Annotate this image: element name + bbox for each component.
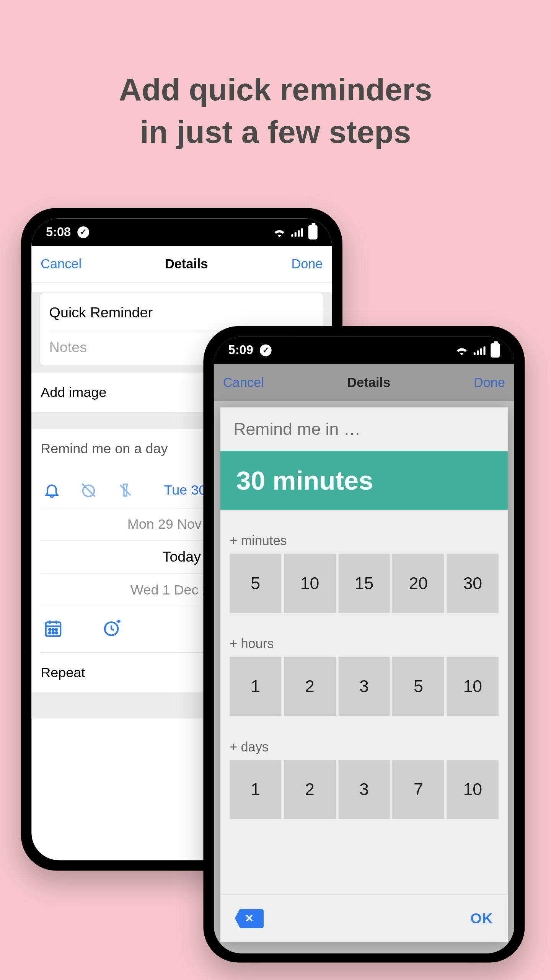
battery-icon (308, 225, 318, 239)
phone-mockup-quick-reminder: 5:09 ✓ Cancel Details Done Remind me in … (203, 326, 525, 962)
page-title: Details (165, 256, 208, 271)
ok-button[interactable]: OK (470, 910, 493, 927)
days-option[interactable]: 1 (230, 760, 281, 819)
svg-point-6 (52, 632, 54, 634)
clear-button[interactable]: ✕ (235, 908, 264, 928)
signal-icon (291, 227, 303, 237)
page-title: Details (347, 375, 390, 390)
promo-headline: Add quick reminders in just a few steps (0, 69, 551, 154)
minutes-option[interactable]: 30 (447, 554, 499, 612)
sync-status-icon: ✓ (77, 226, 89, 238)
minutes-label: + minutes (230, 533, 499, 554)
days-option[interactable]: 2 (284, 760, 336, 819)
hours-option[interactable]: 2 (284, 657, 336, 715)
status-bar: 5:08 ✓ (31, 218, 332, 246)
minutes-option[interactable]: 5 (230, 554, 281, 612)
days-option[interactable]: 3 (338, 760, 390, 819)
days-label: + days (230, 739, 499, 760)
hours-option[interactable]: 10 (447, 657, 499, 715)
svg-point-3 (52, 629, 54, 630)
signal-icon (474, 346, 486, 355)
svg-point-4 (55, 629, 57, 630)
headline-line-1: Add quick reminders (0, 69, 551, 111)
close-icon: ✕ (245, 912, 253, 924)
nav-bar-dimmed: Cancel Details Done (214, 364, 514, 401)
hours-option[interactable]: 1 (230, 657, 281, 715)
minutes-option[interactable]: 15 (338, 554, 390, 612)
cancel-button[interactable]: Cancel (223, 375, 264, 390)
bell-icon[interactable] (42, 480, 62, 500)
wifi-icon (455, 345, 468, 355)
sheet-title: Remind me in … (220, 407, 508, 451)
status-time: 5:09 (228, 343, 253, 358)
hours-option[interactable]: 5 (393, 657, 444, 715)
alarm-off-icon[interactable] (79, 480, 98, 500)
sync-status-icon: ✓ (260, 344, 272, 356)
nav-bar: Cancel Details Done (31, 246, 332, 283)
minutes-option[interactable]: 10 (284, 554, 336, 612)
add-time-icon[interactable] (102, 618, 122, 637)
svg-point-5 (49, 632, 51, 634)
minutes-option[interactable]: 20 (393, 554, 444, 612)
cancel-button[interactable]: Cancel (41, 256, 82, 271)
wifi-icon (273, 227, 286, 237)
status-bar: 5:09 ✓ (214, 336, 514, 364)
selected-duration: 30 minutes (220, 451, 508, 510)
done-button[interactable]: Done (291, 256, 323, 271)
svg-point-7 (55, 632, 57, 634)
flashlight-off-icon[interactable] (116, 480, 135, 500)
status-time: 5:08 (46, 225, 71, 239)
svg-point-2 (49, 629, 51, 630)
calendar-icon[interactable] (43, 618, 63, 637)
hours-label: + hours (230, 636, 499, 657)
hours-option[interactable]: 3 (338, 657, 390, 715)
done-button[interactable]: Done (474, 375, 505, 390)
days-option[interactable]: 7 (393, 760, 444, 819)
days-option[interactable]: 10 (447, 760, 499, 819)
battery-icon (491, 343, 500, 358)
headline-line-2: in just a few steps (0, 111, 551, 154)
quick-reminder-sheet: Remind me in … 30 minutes + minutes 5 10… (220, 407, 508, 941)
